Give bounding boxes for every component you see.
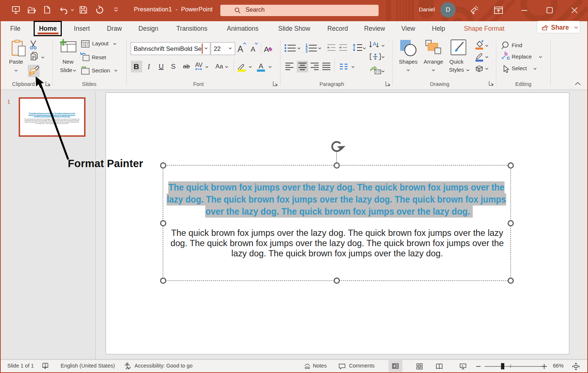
svg-text:3: 3 [306, 49, 308, 53]
svg-text:Layout: Layout [92, 40, 109, 46]
svg-text:Arrange: Arrange [424, 59, 443, 65]
svg-text:A: A [373, 41, 376, 47]
svg-text:ab: ab [183, 63, 190, 69]
svg-text:Find: Find [512, 42, 522, 48]
svg-text:Quick: Quick [449, 59, 464, 65]
svg-text:A: A [259, 62, 263, 70]
svg-text:Reset: Reset [92, 54, 106, 60]
svg-text:Slides: Slides [82, 81, 96, 87]
svg-text:Select: Select [512, 65, 527, 71]
svg-text:A: A [251, 45, 255, 53]
svg-text:Paste: Paste [9, 59, 23, 65]
svg-text:Styles: Styles [449, 67, 464, 73]
svg-text:Bahnschrift SemiBold Se: Bahnschrift SemiBold Se [134, 45, 202, 52]
svg-text:22: 22 [214, 45, 221, 52]
svg-text:S: S [171, 63, 176, 70]
svg-text:Replace: Replace [512, 53, 532, 60]
svg-text:Aa: Aa [216, 63, 223, 70]
svg-text:c: c [507, 54, 510, 61]
svg-text:Font: Font [193, 81, 204, 87]
svg-text:Section: Section [92, 67, 110, 74]
svg-text:Shapes: Shapes [399, 59, 418, 65]
svg-text:A: A [238, 44, 243, 54]
svg-text:I: I [147, 63, 151, 71]
svg-text:U: U [159, 63, 164, 70]
svg-text:B: B [133, 62, 139, 71]
svg-text:AV: AV [195, 62, 202, 68]
svg-text:Editing: Editing [515, 81, 531, 87]
svg-text:Drawing: Drawing [430, 81, 449, 87]
svg-text:Paragraph: Paragraph [319, 81, 344, 87]
